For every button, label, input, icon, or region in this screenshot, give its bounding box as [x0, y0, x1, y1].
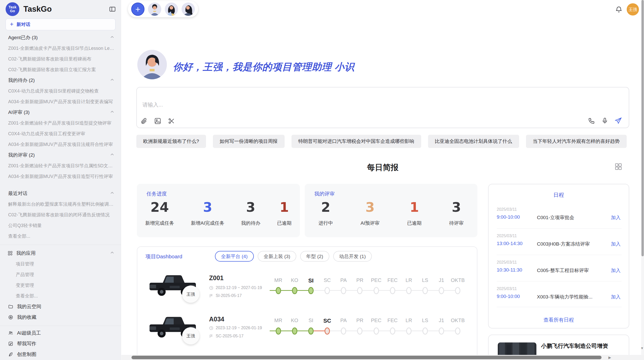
stat-value: 1: [407, 200, 422, 215]
phone-icon[interactable]: [588, 117, 595, 124]
stat-value: 3: [449, 200, 464, 215]
stat-value: 3: [360, 200, 379, 215]
sidebar-item-creative-drawing[interactable]: 创意制图: [0, 349, 121, 360]
milestone-labels: MR KO SI SC PA PR PEC FEC LR LS J1 OKTB: [270, 318, 466, 324]
chevron-up-icon[interactable]: [110, 250, 114, 256]
divider: [497, 255, 622, 255]
section-recent-chats[interactable]: 最近对话: [0, 188, 121, 199]
chevron-up-icon[interactable]: [110, 191, 114, 197]
sidebar-item-favorites[interactable]: 我的收藏: [0, 312, 121, 323]
list-item[interactable]: C0X4-动力总成开发项目工程变更评审: [0, 128, 121, 139]
section-agent-done[interactable]: Agent已办 (3): [0, 32, 121, 43]
list-item[interactable]: 解释最新出台的欧盟报废车法规再生塑料比例被调至15%...: [0, 199, 121, 209]
chevron-up-icon[interactable]: [110, 152, 114, 158]
section-my-apps[interactable]: 我的应用: [0, 248, 121, 259]
horizontal-scrollbar-thumb[interactable]: [131, 356, 602, 359]
section-my-review[interactable]: 我的评审 (2): [0, 150, 121, 160]
suggestion-chip[interactable]: 当下年轻人对汽车外观有怎样的喜好趋势: [526, 135, 627, 148]
list-item[interactable]: A034-全新新能源MUV产品开发项目法规符合性评审: [0, 139, 121, 150]
list-item[interactable]: Z001-全新燃油轻卡产品开发项目SI节点属性5D文件评审: [0, 160, 121, 171]
list-item[interactable]: C02-飞腾新能源轻客改款项目的闭环通告反馈情况: [0, 209, 121, 220]
join-link[interactable]: 加入: [611, 267, 621, 274]
chat-input[interactable]: [142, 102, 371, 108]
list-item[interactable]: 公司Q3轻卡销量: [0, 220, 121, 231]
join-link[interactable]: 加入: [611, 294, 621, 300]
milestone-dot: [406, 327, 412, 335]
view-all-chats[interactable]: 查看全部...: [0, 231, 121, 242]
tab-new-body[interactable]: 全新上装 (3): [258, 251, 297, 262]
suggestion-chip[interactable]: 如何写一份清晰的项目周报: [213, 135, 285, 148]
notification-bell-icon[interactable]: [615, 6, 623, 13]
sidebar-item-cloud-space[interactable]: 我的云空间: [0, 301, 121, 312]
chevron-up-icon[interactable]: [110, 35, 114, 41]
milestone-label: J1: [433, 318, 450, 324]
stat-value: 3: [241, 200, 260, 215]
divider: [497, 281, 622, 281]
avatar[interactable]: [182, 3, 195, 16]
view-all-apps[interactable]: 查看全部...: [0, 291, 121, 301]
scissors-icon[interactable]: [168, 117, 175, 125]
milestone-label: FEC: [384, 318, 401, 324]
milestone-dot: [439, 327, 444, 335]
schedule-time: 9:00-10:00: [497, 294, 520, 299]
add-session-button[interactable]: +: [131, 3, 144, 16]
avatar[interactable]: [165, 3, 178, 16]
suggestion-chip[interactable]: 特朗普可能对进口汽车增税会对中国车企造成哪些影响: [291, 135, 421, 148]
item-label: AI超级员工: [17, 330, 41, 336]
section-ai-review[interactable]: AI评审 (3): [0, 107, 121, 118]
suggestion-chip[interactable]: 比亚迪全固态电池计划具体说了什么: [428, 135, 519, 148]
chevron-up-icon[interactable]: [110, 110, 114, 115]
sidebar-item-ai-super-staff[interactable]: AI超级员工: [0, 328, 121, 338]
suggestion-chip[interactable]: 欧洲新规最近颁布了什么?: [136, 135, 206, 148]
list-item[interactable]: Z001-全新燃油皮卡产品开发项目SI节点Lesson Learn报告: [0, 43, 121, 54]
users-icon: [8, 331, 13, 336]
list-item[interactable]: C02-飞腾新能源轻客改款项目立项汇报方案: [0, 64, 121, 75]
sidebar-collapse-icon[interactable]: [109, 6, 116, 13]
section-title: 我的评审 (2): [8, 152, 35, 158]
list-item[interactable]: C0X4-动力总成开发项目SI里程碑提交物检查: [0, 86, 121, 96]
plus-icon: +: [10, 21, 13, 28]
list-item[interactable]: A034-全新新能源MUV产品开发项目计划变更表编写: [0, 96, 121, 107]
sidebar-list: Agent已办 (3) Z001-全新燃油皮卡产品开发项目SI节点Lesson …: [0, 32, 121, 360]
new-chat-button[interactable]: + 新对话: [6, 19, 115, 30]
milestone-dot-current: [325, 327, 330, 335]
list-item[interactable]: A034-全新新能源MUV产品开发项目造型可行性评审: [0, 171, 121, 182]
layout-grid-icon[interactable]: [614, 163, 622, 170]
sidebar-item-project-mgmt[interactable]: 项目管理: [0, 259, 121, 269]
view-all-schedule-link[interactable]: 查看所有日程: [489, 317, 629, 323]
project-dashboard-card: 项目Dashboard 全新平台 (4) 全新上装 (3) 年型 (2) 动总开…: [137, 246, 477, 360]
send-icon[interactable]: [614, 117, 622, 125]
tab-year-model[interactable]: 年型 (2): [300, 251, 329, 262]
sidebar-item-change-mgmt[interactable]: 变更管理: [0, 280, 121, 291]
list-item[interactable]: C02-飞腾新能源轻客改款项目里程碑画布: [0, 54, 121, 64]
sidebar-item-help-me-write[interactable]: 帮我写作: [0, 338, 121, 349]
vertical-scrollbar-thumb[interactable]: [641, 0, 644, 256]
join-link[interactable]: 加入: [611, 241, 621, 247]
scroll-right-arrow-icon[interactable]: ▶: [608, 355, 611, 359]
suggestion-chips: 欧洲新规最近颁布了什么? 如何写一份清晰的项目周报 特朗普可能对进口汽车增税会对…: [136, 135, 627, 148]
scroll-down-arrow-icon[interactable]: ▼: [640, 346, 644, 350]
list-item[interactable]: Z001-全新燃油轻卡产品开发项目SI造型提交物评审: [0, 118, 121, 128]
paperclip-icon[interactable]: [140, 117, 148, 125]
stat-pending-review: 3 待评审: [449, 200, 464, 227]
schedule-event: C003|H0B-方案冻结评审: [537, 241, 590, 247]
date-range: 2023-12-19 ~ 2027-01-19: [216, 286, 262, 290]
sidebar-item-product-mgmt[interactable]: 产品管理: [0, 269, 121, 280]
user-avatar[interactable]: 王强: [627, 3, 639, 16]
card-title: 任务进度: [147, 190, 167, 197]
avatar[interactable]: [148, 3, 161, 16]
tab-powertrain[interactable]: 动总开发 (1): [333, 251, 372, 262]
section-my-todo[interactable]: 我的待办 (2): [0, 75, 121, 86]
microphone-icon[interactable]: [601, 117, 608, 124]
tab-new-platform[interactable]: 全新平台 (4): [215, 251, 254, 262]
image-icon[interactable]: [154, 117, 161, 125]
stat-label: 新增完成任务: [145, 220, 174, 227]
schedule-event: C005-整车工程目标评审: [537, 267, 589, 274]
chevron-up-icon[interactable]: [110, 78, 114, 83]
milestone-label: OKTB: [450, 318, 466, 324]
project-code[interactable]: A034: [209, 316, 224, 323]
join-link[interactable]: 加入: [611, 214, 621, 221]
my-review-card: 我的评审 2 进行中 3 AI预评审 1 已逾期 3 待评审: [305, 184, 477, 237]
project-code[interactable]: Z001: [209, 274, 224, 282]
item-label: 我的收藏: [17, 314, 36, 321]
